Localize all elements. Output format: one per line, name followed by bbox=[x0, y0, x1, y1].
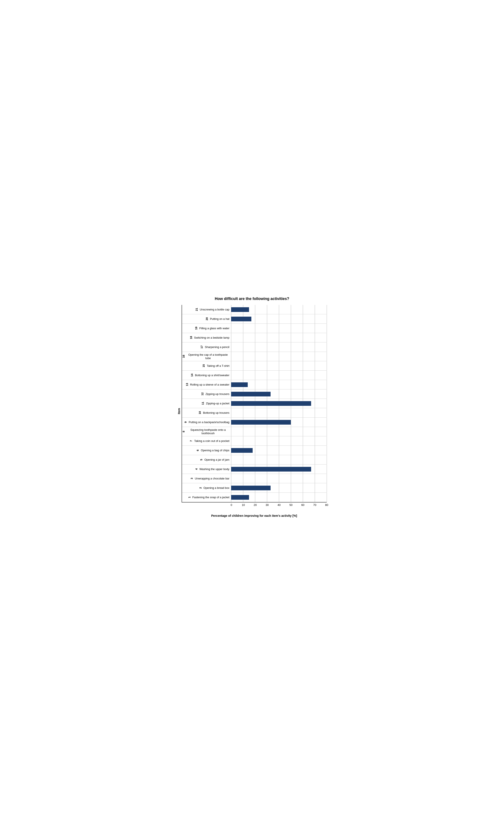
grid-line bbox=[315, 389, 315, 399]
row-label-area: 11Zipping-up a jacket bbox=[182, 402, 231, 405]
row-number: 3 bbox=[190, 478, 194, 479]
grid-line bbox=[255, 427, 255, 436]
grid-line bbox=[327, 342, 327, 352]
bar-area bbox=[231, 352, 327, 361]
grid-line bbox=[327, 371, 327, 380]
grid-line bbox=[315, 427, 315, 436]
grid-line bbox=[303, 314, 303, 323]
grid-line bbox=[315, 399, 315, 408]
grid-line bbox=[327, 483, 327, 492]
row-label-area: 6Opening a bag of chips bbox=[182, 449, 231, 452]
grid-line bbox=[315, 361, 315, 370]
bar-area bbox=[231, 371, 327, 380]
grid-line bbox=[315, 314, 315, 323]
table-row: 11Zipping-up a jacket bbox=[182, 399, 327, 408]
x-axis-tick: 80 bbox=[325, 503, 328, 507]
table-row: 12Zipping-up trousers bbox=[182, 389, 327, 399]
table-row: 4Washing the upper body bbox=[182, 465, 327, 474]
grid-line bbox=[303, 408, 303, 417]
grid-line bbox=[327, 305, 327, 314]
row-number: 1 bbox=[188, 497, 191, 498]
grid-line bbox=[243, 455, 243, 464]
x-axis-tick: 10 bbox=[242, 503, 245, 507]
row-number: 21 bbox=[195, 308, 198, 311]
bar-area bbox=[231, 342, 327, 352]
chart-container: How difficult are the following activiti… bbox=[177, 297, 327, 517]
grid-line bbox=[303, 352, 303, 361]
bar-area bbox=[231, 361, 327, 370]
grid-line bbox=[315, 418, 315, 427]
grid-line bbox=[255, 380, 255, 389]
row-label: Putting on a hat bbox=[210, 317, 229, 321]
grid-line bbox=[315, 324, 315, 333]
row-label: Zipping-up trousers bbox=[205, 392, 229, 396]
grid-line bbox=[303, 493, 303, 502]
grid-line bbox=[243, 408, 243, 417]
grid-line bbox=[315, 446, 315, 455]
grid-line bbox=[303, 380, 303, 389]
bar bbox=[231, 307, 249, 312]
table-row: 21Unscrewing a bottle cap bbox=[182, 305, 327, 314]
grid-line bbox=[327, 352, 327, 361]
grid-line bbox=[255, 314, 255, 323]
grid-line bbox=[255, 342, 255, 352]
grid-line bbox=[243, 352, 243, 361]
chart-body: Item 21Unscrewing a bottle cap20Putting … bbox=[177, 305, 327, 517]
grid-line bbox=[303, 474, 303, 483]
row-number: 16 bbox=[182, 355, 185, 358]
grid-line bbox=[255, 436, 255, 446]
table-row: 3Unwrapping a chocolate bar bbox=[182, 474, 327, 483]
grid-line bbox=[303, 305, 303, 314]
bar-area bbox=[231, 446, 327, 455]
grid-line bbox=[255, 352, 255, 361]
bar-area bbox=[231, 389, 327, 399]
rows-area: 21Unscrewing a bottle cap20Putting on a … bbox=[182, 305, 327, 502]
table-row: 7Taking a coin out of a pocket bbox=[182, 436, 327, 446]
row-label-area: 1Fastening the snap of a jacket bbox=[182, 496, 231, 499]
row-label: Switching on a bedside lamp bbox=[194, 336, 230, 339]
row-label-area: 20Putting on a hat bbox=[182, 317, 231, 321]
row-label: Unscrewing a bottle cap bbox=[200, 308, 229, 311]
grid-line bbox=[255, 361, 255, 370]
row-label: Zipping-up a jacket bbox=[206, 402, 229, 405]
grid-line bbox=[315, 493, 315, 502]
grid-line bbox=[243, 324, 243, 333]
bar-area bbox=[231, 427, 327, 436]
grid-line bbox=[255, 474, 255, 483]
row-label: Fastening the snap of a jacket bbox=[192, 496, 229, 499]
x-axis-tick: 0 bbox=[231, 503, 232, 507]
row-label-area: 7Taking a coin out of a pocket bbox=[182, 439, 231, 443]
grid-line bbox=[231, 474, 231, 483]
row-label-area: 12Zipping-up trousers bbox=[182, 392, 231, 396]
row-number: 8 bbox=[182, 431, 185, 432]
grid-line bbox=[327, 314, 327, 323]
grid-line bbox=[303, 446, 303, 455]
grid-line bbox=[231, 455, 231, 464]
row-label-area: 19Filling a glass with water bbox=[182, 327, 231, 330]
row-label: Unwrapping a chocolate bar bbox=[195, 477, 229, 480]
bar-area bbox=[231, 436, 327, 446]
bar-area bbox=[231, 418, 327, 427]
table-row: 18Switching on a bedside lamp bbox=[182, 333, 327, 342]
bar bbox=[231, 392, 271, 396]
grid-line bbox=[315, 465, 315, 474]
bar bbox=[231, 382, 248, 387]
grid-line bbox=[315, 408, 315, 417]
bar bbox=[231, 317, 251, 321]
row-label-area: 2Opening a bread box bbox=[182, 486, 231, 490]
y-axis-label: Item bbox=[177, 305, 181, 517]
table-row: 15Taking off a T-shirt bbox=[182, 361, 327, 371]
grid-line bbox=[327, 436, 327, 446]
grid-line bbox=[303, 436, 303, 446]
grid-line bbox=[303, 483, 303, 492]
grid-line bbox=[303, 418, 303, 427]
row-label-area: 10Bottoning up trousers bbox=[182, 411, 231, 415]
x-axis-tick: 50 bbox=[289, 503, 292, 507]
bar-area bbox=[231, 324, 327, 333]
grid-line bbox=[327, 418, 327, 427]
bar-area bbox=[231, 305, 327, 314]
grid-line bbox=[327, 361, 327, 370]
grid-line bbox=[243, 371, 243, 380]
table-row: 8Squeezing toothpaste onto a toothbrush bbox=[182, 427, 327, 436]
table-row: 5Opening a jar of jam bbox=[182, 455, 327, 465]
